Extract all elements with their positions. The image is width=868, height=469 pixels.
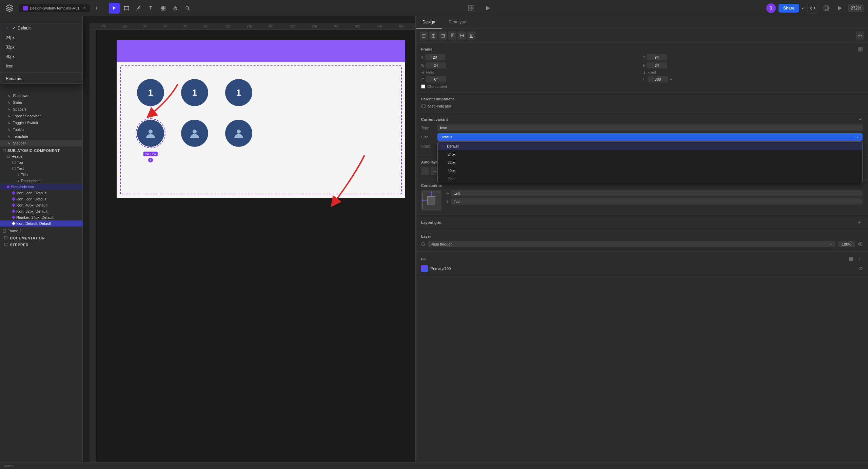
v-constraint-dropdown[interactable]: Top: [451, 198, 863, 204]
size-option-32px[interactable]: 32px: [438, 158, 862, 167]
browser-tab[interactable]: Design-System-Template-R01 ✕: [19, 4, 90, 12]
component-tool-button[interactable]: [158, 3, 169, 14]
zoom-level[interactable]: 272%: [848, 4, 864, 12]
variant-expand-icon[interactable]: [858, 117, 863, 122]
fixed-h: Fixed: [643, 71, 863, 74]
svg-rect-17: [469, 8, 471, 11]
tab-prototype[interactable]: Prototype: [442, 16, 473, 28]
align-top-button[interactable]: [448, 32, 456, 40]
dropdown-item-40px[interactable]: 40px: [0, 52, 82, 61]
layer-tree: ↳ Shadows ↳ Slider ↳ Spacers ↳ Toast / S…: [0, 91, 82, 469]
toolbar: T: [109, 3, 193, 14]
canvas[interactable]: -75-252044751001251752002252753003253504…: [90, 23, 415, 469]
size-dropdown-options[interactable]: ✓ Default 24px 32px 40px: [437, 141, 863, 183]
svg-rect-46: [452, 34, 453, 36]
sidebar-item-icon-icon-default-1[interactable]: Icon, Icon, Default: [0, 190, 82, 196]
sidebar-item-icon-icon-default-2[interactable]: Icon, Icon, Default: [0, 196, 82, 202]
opacity-input[interactable]: [838, 241, 855, 247]
play-button[interactable]: [834, 3, 845, 14]
clip-content[interactable]: Clip content: [421, 84, 863, 89]
sidebar-item-description[interactable]: T Description ⋯: [0, 178, 82, 184]
frame-tool-button[interactable]: [121, 3, 132, 14]
dropdown-item-24px[interactable]: 24px: [0, 33, 82, 42]
grid-view-button[interactable]: [466, 3, 477, 14]
fill-color-swatch[interactable]: [421, 265, 428, 272]
align-center-v-button[interactable]: [458, 32, 466, 40]
sidebar-item-top[interactable]: Top: [0, 159, 82, 165]
tab-design[interactable]: Design: [416, 16, 442, 28]
blend-mode-dropdown[interactable]: Pass through: [428, 241, 835, 247]
layout-dir-down[interactable]: ↓: [421, 167, 429, 175]
add-fill-button[interactable]: +: [856, 256, 863, 262]
present-button[interactable]: [482, 3, 493, 14]
constraints-content: Left Top: [421, 190, 863, 211]
sidebar-item-icon-default-default[interactable]: Icon, Default, Default: [0, 220, 82, 227]
sidebar-item-template[interactable]: ↳ Template: [0, 133, 82, 140]
size-option-icon[interactable]: Icon: [438, 175, 862, 183]
sidebar-item-spacers[interactable]: ↳ Spacers: [0, 106, 82, 113]
search-tool-button[interactable]: [182, 3, 193, 14]
corner-radius-input[interactable]: [648, 76, 668, 82]
align-left-button[interactable]: [420, 32, 428, 40]
size-option-40px[interactable]: 40px: [438, 167, 862, 175]
svg-rect-16: [472, 5, 474, 8]
dropdown-rename-item[interactable]: Rename...: [0, 74, 82, 83]
align-right-button[interactable]: [439, 32, 447, 40]
h-input[interactable]: [647, 62, 667, 69]
svg-rect-29: [4, 243, 7, 246]
circles-row-1: 1 1 1: [137, 79, 252, 106]
text-tool-button[interactable]: T: [145, 3, 156, 14]
dropdown-item-icon[interactable]: Icon: [0, 61, 82, 71]
sidebar-item-stepper[interactable]: ↳ Stepper: [0, 140, 82, 146]
sidebar-item-icon-40px-default[interactable]: Icon, 40px, Default: [0, 202, 82, 208]
hand-tool-button[interactable]: [170, 3, 181, 14]
sidebar-item-tooltip[interactable]: ↳ Tooltip: [0, 126, 82, 133]
canvas-viewport[interactable]: 1 1 1: [96, 30, 415, 469]
h-label: H: [643, 64, 645, 67]
sidebar-item-header[interactable]: Header: [0, 153, 82, 159]
fill-settings-button[interactable]: [848, 256, 854, 262]
new-tab-button[interactable]: +: [93, 4, 101, 12]
w-input[interactable]: [426, 62, 446, 69]
add-layout-grid-button[interactable]: +: [856, 219, 863, 226]
sidebar-item-toggle[interactable]: ↳ Toggle / Switch: [0, 119, 82, 126]
clip-content-checkbox[interactable]: [421, 84, 425, 89]
tab-close-button[interactable]: ✕: [83, 6, 86, 10]
distribute-h-button[interactable]: [856, 32, 864, 40]
code-view-button[interactable]: [807, 3, 818, 14]
sidebar-item-shadows[interactable]: ↳ Shadows: [0, 92, 82, 99]
user-avatar[interactable]: D: [766, 3, 776, 13]
sidebar-item-title[interactable]: T Title: [0, 172, 82, 178]
sidebar-item-step-indicator[interactable]: Step-Indicator: [0, 184, 82, 190]
pen-tool-button[interactable]: [133, 3, 144, 14]
h-constraint-dropdown[interactable]: Left: [451, 190, 863, 196]
align-center-h-button[interactable]: [429, 32, 437, 40]
size-option-default[interactable]: ✓ Default: [438, 142, 862, 150]
sidebar-item-frame-2[interactable]: Frame 2: [0, 228, 82, 234]
sidebar-item-toast[interactable]: ↳ Toast / Snackbar: [0, 113, 82, 119]
share-button[interactable]: Share: [778, 4, 799, 13]
fixed-h-label: Fixed: [648, 71, 656, 74]
size-dropdown-trigger[interactable]: Default: [437, 133, 863, 141]
sidebar-item-text[interactable]: Text: [0, 165, 82, 172]
circles-row-2: 24 × 24 +: [137, 120, 252, 147]
sidebar-item-number-24px-default[interactable]: Number, 24px, Default: [0, 214, 82, 220]
visibility-icon[interactable]: [858, 242, 863, 247]
sidebar-item-icon-32px-default[interactable]: Icon, 32px, Default: [0, 208, 82, 214]
fit-screen-button[interactable]: [821, 3, 832, 14]
y-input[interactable]: [647, 54, 667, 60]
dropdown-item-32px[interactable]: 32px: [0, 42, 82, 52]
section-header-sub-atomic: Sub-atomic-Component: [0, 146, 82, 153]
align-bottom-button[interactable]: [467, 32, 475, 40]
add-component-button[interactable]: +: [148, 158, 153, 162]
size-option-24px[interactable]: 24px: [438, 150, 862, 158]
fill-visibility-icon[interactable]: [859, 267, 863, 271]
svg-rect-41: [441, 34, 445, 35]
select-tool-button[interactable]: [109, 3, 120, 14]
x-input[interactable]: [425, 54, 445, 60]
rotation-input[interactable]: [426, 76, 446, 82]
sidebar-item-slider[interactable]: ↳ Slider: [0, 99, 82, 106]
dropdown-item-default[interactable]: ✓ Default: [0, 23, 82, 33]
step-icon-circle-selected[interactable]: [137, 120, 164, 147]
variant-dropdown-menu[interactable]: ✓ Default 24px 32px 40px Icon Rename...: [0, 23, 83, 84]
